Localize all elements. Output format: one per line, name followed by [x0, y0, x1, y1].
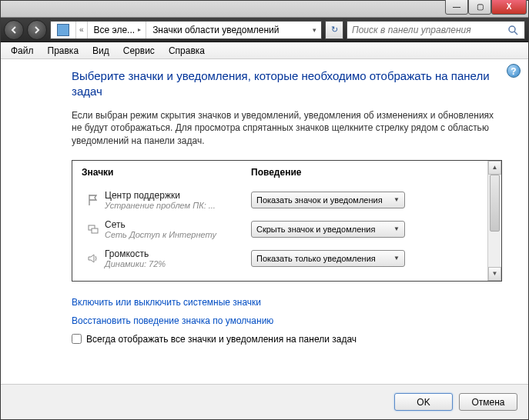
- always-show-checkbox-row[interactable]: Всегда отображать все значки и уведомлен…: [72, 334, 502, 345]
- search-input[interactable]: [347, 25, 507, 35]
- always-show-checkbox[interactable]: [72, 334, 82, 344]
- dropdown-value: Показать только уведомления: [256, 254, 376, 263]
- network-icon: [82, 223, 105, 235]
- scroll-up-button[interactable]: ▲: [488, 161, 501, 175]
- menu-tools[interactable]: Сервис: [116, 43, 162, 58]
- breadcrumb-dropdown-button[interactable]: ▾: [308, 26, 321, 34]
- volume-icon: [82, 252, 105, 265]
- icons-table-frame: Значки Поведение Центр поддержки Устране…: [72, 160, 502, 282]
- table-row: Центр поддержки Устранение проблем ПК: .…: [82, 185, 484, 215]
- dropdown-value: Скрыть значок и уведомления: [256, 225, 375, 234]
- behavior-dropdown[interactable]: Показать только уведомления: [251, 250, 405, 267]
- page-title: Выберите значки и уведомления, которые н…: [72, 68, 502, 100]
- breadcrumb-label: Значки области уведомлений: [152, 25, 279, 35]
- flag-icon: [82, 194, 105, 206]
- dialog-footer: OK Отмена: [1, 384, 528, 419]
- menu-bar: Файл Правка Вид Сервис Справка: [1, 42, 528, 59]
- menu-edit[interactable]: Правка: [41, 43, 86, 58]
- scroll-thumb[interactable]: [490, 175, 500, 232]
- menu-file[interactable]: Файл: [4, 43, 41, 58]
- dropdown-value: Показать значок и уведомления: [256, 195, 383, 205]
- cancel-button[interactable]: Отмена: [459, 393, 517, 411]
- ok-button[interactable]: OK: [394, 393, 453, 411]
- table-header: Значки Поведение: [82, 167, 484, 178]
- breadcrumb-root-icon[interactable]: [51, 22, 76, 38]
- row-subtitle: Сеть Доступ к Интернету: [105, 230, 251, 239]
- title-bar: — ▢ X: [1, 1, 528, 18]
- table-row: Сеть Сеть Доступ к Интернету Скрыть знач…: [82, 215, 484, 244]
- row-subtitle: Динамики: 72%: [105, 259, 251, 268]
- close-button[interactable]: X: [491, 0, 527, 15]
- chevron-right-icon: ▸: [138, 26, 141, 33]
- minimize-button[interactable]: —: [445, 0, 468, 15]
- column-header-behavior: Поведение: [251, 167, 301, 178]
- window-controls: — ▢ X: [445, 0, 527, 15]
- page-description: Если выбран режим скрытия значков и увед…: [72, 109, 502, 148]
- row-title: Центр поддержки: [105, 190, 251, 201]
- navigation-bar: « Все эле...▸ Значки области уведомлений…: [1, 18, 528, 42]
- icons-table: Значки Поведение Центр поддержки Устране…: [72, 161, 487, 281]
- behavior-dropdown[interactable]: Скрыть значок и уведомления: [251, 221, 405, 238]
- content-area: ? Выберите значки и уведомления, которые…: [1, 59, 528, 345]
- row-title: Сеть: [105, 219, 251, 230]
- row-title: Громкость: [105, 248, 251, 259]
- svg-point-0: [509, 26, 515, 32]
- menu-help[interactable]: Справка: [162, 43, 212, 58]
- refresh-button[interactable]: ↻: [325, 21, 343, 39]
- behavior-dropdown[interactable]: Показать значок и уведомления: [251, 192, 405, 208]
- scrollbar[interactable]: ▲ ▼: [487, 161, 501, 281]
- link-restore-defaults[interactable]: Восстановить поведение значка по умолчан…: [72, 315, 502, 326]
- menu-view[interactable]: Вид: [85, 43, 116, 58]
- control-panel-window: — ▢ X « Все эле...▸ Значки области уведо…: [0, 0, 529, 420]
- breadcrumb-segment-all[interactable]: Все эле...▸: [88, 22, 147, 38]
- search-icon: [507, 25, 524, 35]
- svg-line-1: [514, 32, 517, 35]
- scroll-down-button[interactable]: ▼: [488, 267, 501, 281]
- search-box[interactable]: [347, 21, 525, 39]
- help-icon[interactable]: ?: [507, 64, 521, 78]
- svg-rect-3: [92, 228, 98, 233]
- monitor-icon: [57, 24, 69, 36]
- maximize-button[interactable]: ▢: [468, 0, 491, 15]
- breadcrumb-segment-current[interactable]: Значки области уведомлений: [146, 22, 283, 38]
- breadcrumb-chevron[interactable]: «: [76, 22, 88, 38]
- table-row: Громкость Динамики: 72% Показать только …: [82, 244, 484, 273]
- breadcrumb[interactable]: « Все эле...▸ Значки области уведомлений…: [50, 21, 322, 39]
- checkbox-label: Всегда отображать все значки и уведомлен…: [86, 334, 357, 345]
- back-button[interactable]: [4, 20, 24, 40]
- column-header-icons: Значки: [82, 167, 251, 178]
- forward-button[interactable]: [27, 20, 47, 40]
- link-system-icons[interactable]: Включить или выключить системные значки: [72, 297, 502, 308]
- breadcrumb-label: Все эле...: [94, 25, 136, 35]
- row-subtitle: Устранение проблем ПК: ...: [105, 201, 251, 210]
